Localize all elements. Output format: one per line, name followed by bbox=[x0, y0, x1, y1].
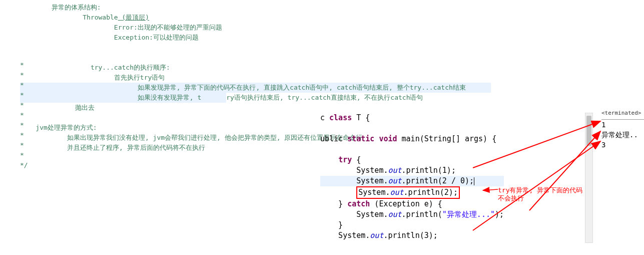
throwable-link[interactable]: (最顶层) bbox=[118, 14, 149, 21]
highlighted-skipped-code: System.out.println(2); bbox=[356, 186, 460, 199]
code-line: } bbox=[320, 220, 504, 230]
comment-line: 如果没有发现异常, try语句执行结束后, try...catch直接结束, 不… bbox=[20, 93, 320, 103]
code-line-boxed: System.out.println(2); bbox=[320, 186, 504, 199]
comment-line: 并且还终止了程序, 异常后面的代码将不在执行 bbox=[20, 143, 320, 153]
comment-line: 异常的体系结构: bbox=[20, 3, 320, 13]
code-line: System.out.println("异常处理..."); bbox=[320, 209, 504, 220]
scrollbar-thumb[interactable] bbox=[586, 116, 591, 146]
console-status: <terminated> bbox=[601, 108, 644, 120]
code-line: } catch (Exception e) { bbox=[320, 199, 504, 209]
comment-line: 抛出去 bbox=[20, 103, 320, 113]
console-output: <terminated> 1 异常处理.. 3 bbox=[601, 108, 644, 150]
blank-line bbox=[20, 53, 320, 63]
annotation-text: try有异常, 异常下面的代码 不会执行 bbox=[498, 186, 582, 202]
code-editor[interactable]: c class T { ublic static void main(Strin… bbox=[320, 113, 504, 241]
blank-line bbox=[20, 113, 320, 123]
blank-line bbox=[20, 43, 320, 53]
code-line: c class T { bbox=[320, 113, 504, 123]
comment-line: try...catch的执行顺序: bbox=[20, 63, 320, 73]
console-line: 1 bbox=[601, 120, 644, 130]
blank-line bbox=[320, 144, 504, 155]
code-line: ublic static void main(String[] args) { bbox=[320, 134, 504, 144]
console-line: 3 bbox=[601, 140, 644, 150]
comment-line: Throwable (最顶层) bbox=[20, 13, 320, 23]
blank-line bbox=[320, 123, 504, 134]
code-line-highlighted: System.out.println(2 / 0); bbox=[320, 176, 504, 186]
comment-line: Exception:可以处理的问题 bbox=[20, 33, 320, 43]
comment-line: Error:出现的不能够处理的严重问题 bbox=[20, 23, 320, 33]
console-line: 异常处理.. bbox=[601, 130, 644, 140]
comment-line: 如果发现异常, 异常下面的代码不在执行, 直接跳入catch语句中, catch… bbox=[20, 83, 320, 93]
comment-block: 异常的体系结构: Throwable (最顶层) Error:出现的不能够处理的… bbox=[0, 0, 320, 153]
vertical-scrollbar[interactable] bbox=[585, 113, 593, 243]
code-line: System.out.println(1); bbox=[320, 165, 504, 176]
comment-asterisk-gutter: * * * * * * * * * * */ bbox=[20, 60, 28, 170]
code-line: System.out.println(3); bbox=[320, 230, 504, 241]
comment-line: 首先执行try语句 bbox=[20, 73, 320, 83]
comment-line: jvm处理异常的方式: bbox=[20, 123, 320, 133]
code-line: try { bbox=[320, 155, 504, 165]
comment-line: 如果出现异常我们没有处理, jvm会帮我们进行处理, 他会把异常的类型, 原因还… bbox=[20, 133, 320, 143]
text-cursor bbox=[474, 177, 474, 185]
